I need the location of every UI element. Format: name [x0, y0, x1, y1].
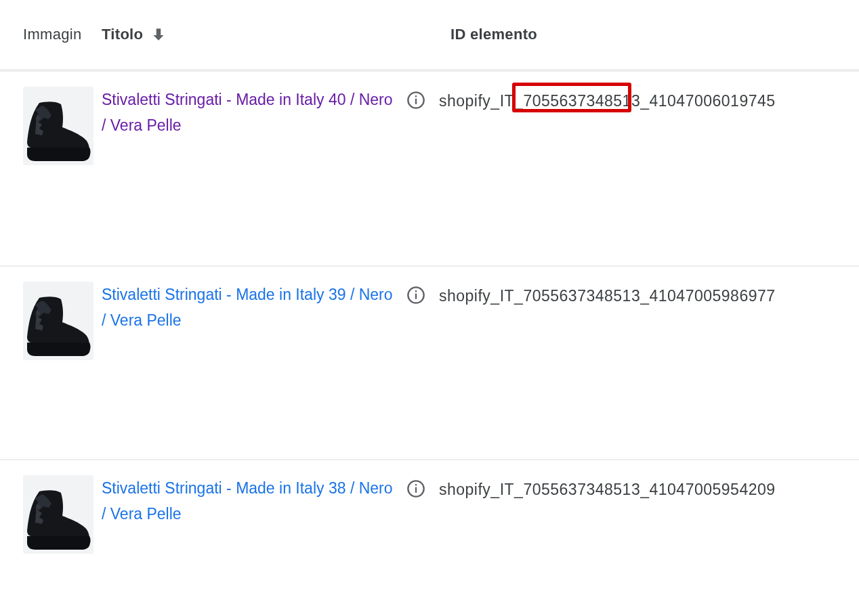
product-thumbnail[interactable]: [23, 475, 93, 554]
boot-icon: [24, 487, 92, 552]
header-image[interactable]: Immagin: [0, 26, 102, 43]
product-title-link[interactable]: Stivaletti Stringati - Made in Italy 40 …: [102, 91, 393, 134]
product-id: shopify_IT_7055637348513_41047005986977: [439, 287, 776, 305]
boot-icon: [24, 99, 92, 164]
product-thumbnail[interactable]: [23, 87, 93, 165]
table-row: Stivaletti Stringati - Made in Italy 39 …: [0, 267, 859, 460]
boot-icon: [24, 294, 92, 359]
sort-descending-icon: [150, 26, 167, 43]
product-title-link[interactable]: Stivaletti Stringati - Made in Italy 39 …: [102, 286, 393, 329]
info-button[interactable]: [393, 479, 439, 498]
product-thumbnail[interactable]: [23, 282, 93, 360]
product-title-link[interactable]: Stivaletti Stringati - Made in Italy 38 …: [102, 479, 393, 523]
product-id: shopify_IT_7055637348513_41047006019745: [439, 92, 776, 110]
info-icon: [406, 91, 425, 110]
header-title-sort[interactable]: Titolo: [102, 26, 451, 43]
product-id: shopify_IT_7055637348513_41047005954209: [439, 481, 776, 499]
header-id[interactable]: ID elemento: [451, 26, 537, 43]
info-icon: [406, 286, 425, 305]
info-icon: [406, 479, 425, 498]
header-title-label: Titolo: [102, 26, 143, 43]
info-button[interactable]: [393, 91, 439, 110]
table-row: Stivaletti Stringati - Made in Italy 40 …: [0, 72, 859, 267]
table-row: Stivaletti Stringati - Made in Italy 38 …: [0, 460, 859, 596]
info-button[interactable]: [393, 286, 439, 305]
table-header: Immagin Titolo ID elemento: [0, 0, 859, 72]
